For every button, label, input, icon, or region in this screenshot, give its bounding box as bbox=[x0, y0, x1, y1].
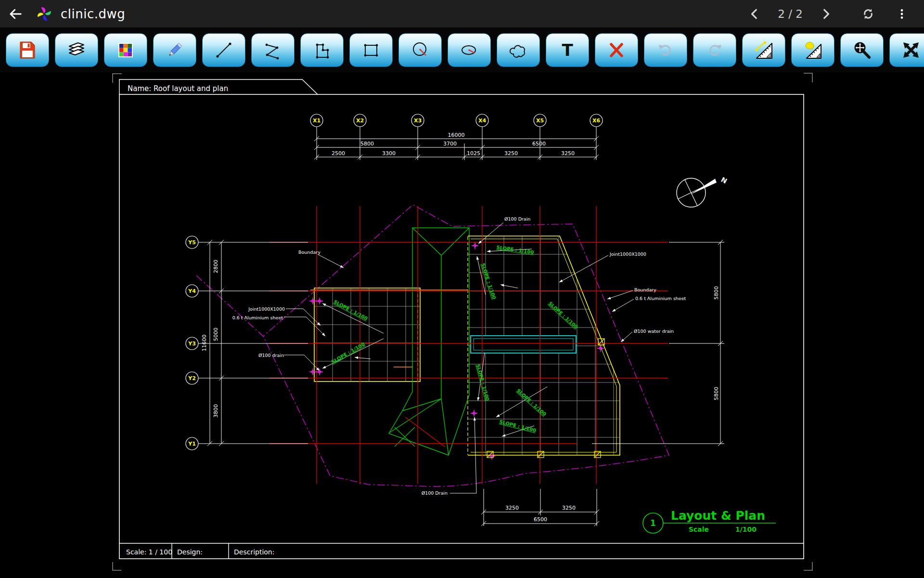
circle-icon bbox=[409, 39, 431, 61]
label-alu-left: 0.6 t Aluminium sheet bbox=[232, 315, 283, 320]
dim-top-3250b: 3250 bbox=[561, 150, 575, 157]
next-page-button[interactable] bbox=[815, 3, 836, 25]
delete-x-icon bbox=[605, 39, 628, 61]
ellipse-tool-button[interactable] bbox=[448, 33, 491, 67]
fit-screen-button[interactable] bbox=[889, 33, 924, 67]
sheet-name-label: Name: Roof layout and plan bbox=[128, 84, 228, 93]
dim-top-2500: 2500 bbox=[332, 150, 345, 157]
grid-label-x4: X4 bbox=[478, 118, 486, 124]
rectangle-tool-button[interactable] bbox=[349, 33, 393, 67]
column-markers bbox=[487, 339, 604, 458]
measure-area-icon bbox=[802, 39, 824, 61]
dim-top-total: 16000 bbox=[448, 132, 465, 138]
back-arrow-icon bbox=[8, 7, 23, 21]
save-button[interactable] bbox=[6, 33, 49, 67]
sheet-design-label: Design: bbox=[177, 548, 203, 556]
slope-label-2: SLOPE : 1/100 bbox=[480, 263, 497, 300]
dim-bottom-3250b: 3250 bbox=[562, 505, 576, 511]
gutter-red-line bbox=[405, 417, 445, 447]
drawing-canvas[interactable]: Name: Roof layout and plan Scale: 1 / 10… bbox=[0, 72, 924, 578]
dim-left-3800: 3800 bbox=[213, 404, 219, 418]
redo-button[interactable] bbox=[693, 33, 736, 67]
line-tool-button[interactable] bbox=[202, 33, 245, 67]
refresh-button[interactable] bbox=[858, 3, 879, 25]
view-scale-caption: Scale bbox=[689, 525, 709, 533]
grid-label-x5: X5 bbox=[536, 118, 544, 124]
annotation-labels: Joint1000X1000 0.6 t Aluminium sheet Ø10… bbox=[232, 216, 686, 496]
rectangle-icon bbox=[360, 39, 382, 61]
page-indicator: 2 / 2 bbox=[778, 8, 803, 20]
label-boundary-left: Boundary bbox=[298, 250, 321, 255]
north-compass: N bbox=[677, 176, 728, 207]
sheet-description-label: Description: bbox=[234, 548, 274, 556]
chevron-left-icon bbox=[748, 8, 761, 20]
grid-label-y1: Y1 bbox=[188, 441, 196, 447]
north-arrow bbox=[690, 179, 717, 195]
circle-tool-button[interactable] bbox=[398, 33, 442, 67]
revision-cloud-button[interactable] bbox=[497, 33, 540, 67]
polyline-tool-button[interactable] bbox=[251, 33, 295, 67]
app-bar: clinic.dwg 2 / 2 bbox=[0, 0, 924, 27]
layers-icon bbox=[65, 39, 88, 61]
dim-left-total: 11600 bbox=[201, 335, 207, 352]
cloud-icon bbox=[507, 39, 529, 61]
chevron-right-icon bbox=[820, 8, 832, 20]
north-letter: N bbox=[720, 176, 729, 185]
grid-label-y5: Y5 bbox=[188, 239, 196, 246]
slope-label-5: SLOPE : 1/100 bbox=[516, 388, 548, 417]
save-icon bbox=[16, 39, 38, 61]
undo-button[interactable] bbox=[644, 33, 687, 67]
zoom-button[interactable] bbox=[840, 33, 884, 67]
dim-top-1025: 1025 bbox=[467, 150, 480, 157]
grid-label-y2: Y2 bbox=[188, 375, 196, 381]
grid-label-x3: X3 bbox=[414, 118, 422, 124]
dim-top-6500: 6500 bbox=[532, 141, 546, 147]
central-gutter bbox=[389, 228, 469, 455]
dim-right-5800b: 5800 bbox=[713, 387, 719, 400]
ellipse-icon bbox=[458, 39, 480, 61]
view-title-block: 1 Layout & Plan Scale 1/100 bbox=[643, 509, 776, 533]
measure-length-button[interactable] bbox=[742, 33, 785, 67]
red-grid-lines bbox=[270, 206, 668, 484]
label-drain-left: Ø100 drain bbox=[258, 353, 284, 358]
dim-bottom-total: 6500 bbox=[534, 516, 547, 523]
dimension-values: 16000 5800 3700 6500 2500 3300 1025 3250… bbox=[201, 132, 719, 523]
slope-label-3: SLOPE : 1/100 bbox=[548, 301, 579, 330]
line-icon bbox=[213, 39, 235, 61]
view-number: 1 bbox=[650, 518, 656, 528]
grid-label-y3: Y3 bbox=[188, 341, 196, 347]
dim-top-3250a: 3250 bbox=[504, 150, 518, 157]
label-water-drain: Ø100 water drain bbox=[634, 328, 674, 334]
text-tool-button[interactable]: T bbox=[546, 33, 589, 67]
prev-page-button[interactable] bbox=[744, 3, 765, 25]
dim-top-5800: 5800 bbox=[360, 141, 374, 147]
back-button[interactable] bbox=[5, 3, 26, 25]
dim-bottom-3250a: 3250 bbox=[505, 505, 519, 511]
label-joint-right: Joint1000X1000 bbox=[609, 251, 646, 257]
layers-button[interactable] bbox=[55, 33, 98, 67]
polygon-tool-button[interactable] bbox=[300, 33, 344, 67]
dim-top-3300: 3300 bbox=[382, 150, 396, 157]
color-palette-button[interactable] bbox=[104, 33, 147, 67]
text-tool-icon: T bbox=[556, 39, 578, 61]
drawing-toolbar: T bbox=[0, 27, 924, 72]
refresh-icon bbox=[861, 7, 875, 21]
sheet-scale-label: Scale: 1 / 100 bbox=[126, 548, 172, 556]
delete-button[interactable] bbox=[595, 33, 638, 67]
dimension-lines bbox=[198, 127, 724, 526]
pencil-draw-button[interactable] bbox=[153, 33, 196, 67]
dwg-sheet-svg: Name: Roof layout and plan Scale: 1 / 10… bbox=[0, 72, 924, 578]
overflow-menu-button[interactable] bbox=[891, 3, 912, 25]
measure-area-button[interactable] bbox=[791, 33, 834, 67]
title-strip bbox=[119, 543, 804, 559]
cyan-duct bbox=[471, 336, 576, 353]
label-alu-right: 0.6 t Aluminium sheet bbox=[635, 296, 686, 301]
label-boundary-right: Boundary bbox=[634, 287, 656, 292]
dim-left-2800: 2800 bbox=[213, 260, 219, 273]
label-drain-bottom: Ø100 Drain bbox=[422, 490, 448, 496]
document-title: clinic.dwg bbox=[61, 7, 125, 21]
color-palette-icon bbox=[115, 39, 137, 61]
grid-label-x2: X2 bbox=[356, 118, 364, 124]
polygon-icon bbox=[311, 39, 333, 61]
dim-top-3700: 3700 bbox=[443, 141, 457, 147]
